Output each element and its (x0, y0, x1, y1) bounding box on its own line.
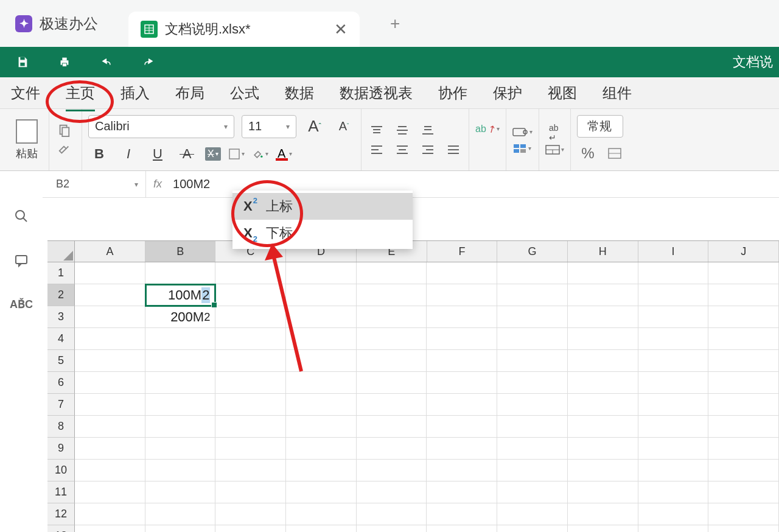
cell-E11[interactable] (357, 481, 427, 503)
cell-F11[interactable] (427, 481, 497, 503)
cell-H8[interactable] (568, 416, 638, 438)
name-box[interactable]: B2▾ (49, 171, 146, 197)
cell-D11[interactable] (286, 481, 357, 503)
cell-F4[interactable] (427, 328, 497, 350)
percent-button[interactable]: % (577, 142, 599, 164)
cell-B8[interactable] (145, 416, 216, 438)
font-color-button[interactable]: A▾ (276, 147, 292, 161)
cell-I2[interactable] (638, 284, 709, 306)
cell-G10[interactable] (497, 460, 568, 481)
wrap-text-icon[interactable]: ab↵ (545, 125, 562, 140)
cell-G6[interactable] (497, 372, 568, 394)
formula-input[interactable]: 100M2 (169, 177, 779, 191)
cell-F13[interactable] (427, 525, 497, 532)
cell-J10[interactable] (708, 460, 779, 481)
cell-J2[interactable] (708, 284, 779, 306)
bold-button[interactable]: B (88, 143, 110, 165)
cell-B1[interactable] (145, 262, 216, 284)
insert-rows-button[interactable]: ▾ (512, 143, 533, 154)
cell-H2[interactable] (568, 284, 638, 306)
cell-C6[interactable] (215, 372, 286, 394)
cell-J11[interactable] (708, 481, 779, 503)
cell-C8[interactable] (215, 416, 286, 438)
font-size-select[interactable]: 11▾ (242, 115, 296, 138)
cell-I13[interactable] (638, 525, 709, 532)
cell-C5[interactable] (215, 350, 286, 372)
cell-F5[interactable] (427, 350, 497, 372)
cell-A12[interactable] (75, 503, 145, 525)
cell-G3[interactable] (497, 306, 568, 328)
ribbon-tab-5[interactable]: 数据 (285, 79, 314, 108)
row-header-7[interactable]: 7 (47, 394, 75, 416)
align-left-icon[interactable] (368, 142, 386, 157)
row-header-6[interactable]: 6 (47, 372, 75, 394)
cell-C1[interactable] (215, 262, 286, 284)
cell-F9[interactable] (427, 438, 497, 460)
cell-J5[interactable] (708, 350, 779, 372)
cell-A6[interactable] (75, 372, 145, 394)
cell-D6[interactable] (286, 372, 357, 394)
cell-E5[interactable] (357, 350, 427, 372)
cell-I12[interactable] (638, 503, 709, 525)
close-tab-button[interactable]: ✕ (334, 20, 348, 39)
cell-I4[interactable] (638, 328, 709, 350)
cell-B12[interactable] (145, 503, 216, 525)
cell-B10[interactable] (145, 460, 216, 481)
row-header-1[interactable]: 1 (47, 262, 75, 284)
cell-A11[interactable] (75, 481, 145, 503)
ribbon-tab-7[interactable]: 协作 (438, 79, 467, 108)
select-all-corner[interactable] (47, 241, 75, 262)
cell-I8[interactable] (638, 416, 709, 438)
strikethrough-button[interactable]: A (176, 143, 198, 165)
cell-D7[interactable] (286, 394, 357, 416)
cell-A7[interactable] (75, 394, 145, 416)
cell-A8[interactable] (75, 416, 145, 438)
cell-B9[interactable] (145, 438, 216, 460)
cell-I1[interactable] (638, 262, 709, 284)
cell-J13[interactable] (708, 525, 779, 532)
ribbon-tab-9[interactable]: 视图 (548, 79, 577, 108)
cell-G11[interactable] (497, 481, 568, 503)
row-header-5[interactable]: 5 (47, 350, 75, 372)
cell-J12[interactable] (708, 503, 779, 525)
cell-D2[interactable] (286, 284, 357, 306)
named-range-button[interactable]: ▾ (512, 126, 533, 138)
font-family-select[interactable]: Calibri▾ (88, 115, 234, 138)
cell-A10[interactable] (75, 460, 145, 481)
accounting-icon[interactable] (606, 146, 623, 161)
merge-button[interactable]: ▾ (545, 145, 564, 155)
align-middle-icon[interactable] (393, 123, 411, 138)
cell-C12[interactable] (215, 503, 286, 525)
paste-button[interactable]: 粘贴 (11, 117, 43, 163)
cell-G7[interactable] (497, 394, 568, 416)
cell-G13[interactable] (497, 525, 568, 532)
cell-B4[interactable] (145, 328, 216, 350)
row-header-8[interactable]: 8 (47, 416, 75, 438)
cell-C10[interactable] (215, 460, 286, 481)
increase-font-icon[interactable]: Aˆ (304, 116, 326, 138)
cell-J4[interactable] (708, 328, 779, 350)
cell-E2[interactable] (357, 284, 427, 306)
cell-C9[interactable] (215, 438, 286, 460)
align-justify-icon[interactable] (444, 142, 463, 157)
cell-F10[interactable] (427, 460, 497, 481)
cell-E8[interactable] (357, 416, 427, 438)
ribbon-tab-6[interactable]: 数据透视表 (340, 79, 413, 108)
underline-button[interactable]: U (147, 143, 169, 165)
cell-F8[interactable] (427, 416, 497, 438)
spellcheck-icon[interactable]: AB̌C (10, 298, 33, 311)
row-header-9[interactable]: 9 (47, 438, 75, 460)
row-header-3[interactable]: 3 (47, 306, 75, 328)
cell-D10[interactable] (286, 460, 357, 481)
cell-J1[interactable] (708, 262, 779, 284)
cell-A4[interactable] (75, 328, 145, 350)
cell-D12[interactable] (286, 503, 357, 525)
ribbon-tab-1[interactable]: 主页 (66, 79, 95, 108)
row-header-2[interactable]: 2 (47, 284, 75, 306)
cell-J9[interactable] (708, 438, 779, 460)
col-header-F[interactable]: F (427, 241, 498, 262)
col-header-H[interactable]: H (568, 241, 638, 262)
dropdown-item-subscript[interactable]: X2下标 (232, 220, 413, 247)
cell-H3[interactable] (568, 306, 638, 328)
cell-G12[interactable] (497, 503, 568, 525)
